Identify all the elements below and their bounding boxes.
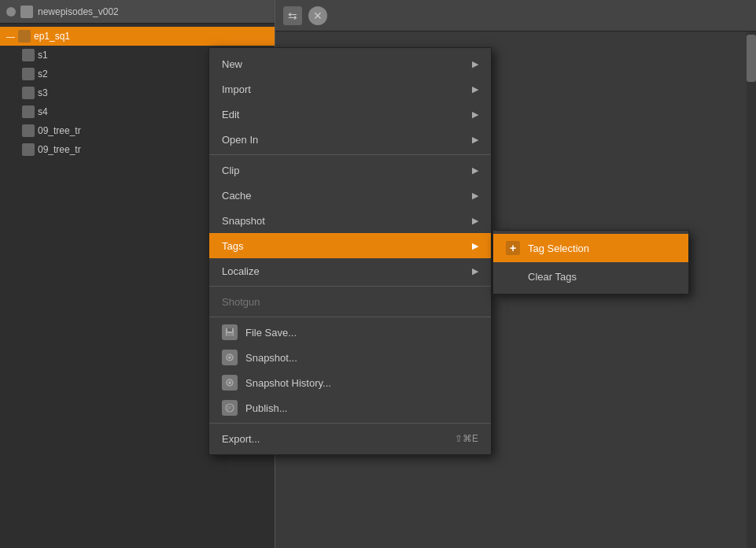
menu-item-publish[interactable]: P Publish... (209, 395, 491, 420)
menu-item-snapshot2[interactable]: Snapshot... (209, 345, 491, 370)
menu-item-cache[interactable]: Cache ▶ (209, 183, 491, 208)
menu-label-export: Export... (222, 433, 260, 445)
menu-item-tags[interactable]: Tags ▶ + Tag Selection Clear Tags (209, 233, 491, 258)
menu-label-snapshot-history: Snapshot History... (245, 377, 331, 389)
window-title: newepisodes_v002 (38, 6, 119, 17)
menu-label-tags: Tags (222, 240, 243, 252)
menu-arrow-open-in: ▶ (472, 135, 478, 145)
menu-label-cache: Cache (222, 190, 252, 202)
publish-icon: P (222, 400, 238, 416)
tree-09tree2-icon (22, 143, 35, 156)
menu-item-export[interactable]: Export... ⇧⌘E (209, 426, 491, 451)
toolbar-btn-1[interactable]: ⇆ (283, 6, 302, 25)
svg-point-4 (228, 356, 231, 359)
menu-item-new[interactable]: New ▶ (209, 51, 491, 76)
svg-text:P: P (227, 405, 231, 411)
menu-item-file-save[interactable]: File Save... (209, 320, 491, 345)
svg-point-6 (228, 381, 231, 384)
menu-label-file-save: File Save... (245, 327, 297, 339)
tree-s2-label: s2 (38, 68, 48, 80)
submenu-label-clear-tags: Clear Tags (506, 271, 577, 283)
menu-item-import[interactable]: Import ▶ (209, 76, 491, 102)
export-shortcut: ⇧⌘E (455, 433, 478, 444)
tree-09tree2-label: 09_tree_tr (38, 144, 81, 155)
menu-arrow-import: ▶ (472, 84, 478, 94)
title-bar: newepisodes_v002 (0, 0, 275, 24)
svg-rect-1 (227, 328, 232, 331)
menu-item-snapshot[interactable]: Snapshot ▶ (209, 208, 491, 233)
separator-2 (209, 286, 491, 287)
separator-3 (209, 317, 491, 317)
menu-label-edit: Edit (222, 109, 239, 120)
tree-s3-label: s3 (38, 87, 48, 98)
file-save-icon (222, 324, 238, 340)
toolbar: ⇆ ✕ (275, 0, 756, 31)
menu-label-publish: Publish... (245, 402, 287, 414)
tree-root-icon (18, 30, 31, 43)
menu-label-snapshot2: Snapshot... (245, 352, 297, 364)
submenu-label-tag-selection: Tag Selection (528, 243, 589, 254)
tree-s2-icon (22, 68, 35, 80)
plus-icon: + (506, 241, 520, 255)
tree-09tree1-icon (22, 124, 35, 137)
menu-item-edit[interactable]: Edit ▶ (209, 102, 491, 127)
menu-item-localize[interactable]: Localize ▶ (209, 258, 491, 283)
menu-arrow-snapshot: ▶ (472, 216, 478, 226)
menu-arrow-cache: ▶ (472, 191, 478, 201)
menu-label-import: Import (222, 83, 251, 95)
menu-arrow-localize: ▶ (472, 266, 478, 276)
tree-s3-icon (22, 87, 35, 99)
menu-label-clip: Clip (222, 165, 239, 176)
menu-label-localize: Localize (222, 265, 260, 277)
menu-arrow-clip: ▶ (472, 165, 478, 176)
snapshot2-icon (222, 350, 238, 365)
tree-s4-label: s4 (38, 106, 48, 117)
toolbar-btn-2[interactable]: ✕ (308, 6, 327, 25)
window-icon (20, 6, 33, 18)
svg-rect-2 (227, 333, 233, 336)
window-close-btn[interactable] (6, 7, 16, 17)
menu-label-new: New (222, 58, 242, 70)
menu-arrow-new: ▶ (472, 59, 478, 69)
menu-label-snapshot: Snapshot (222, 215, 265, 227)
menu-item-clip[interactable]: Clip ▶ (209, 157, 491, 183)
submenu-item-tag-selection[interactable]: + Tag Selection (493, 234, 688, 262)
tree-09tree1-label: 09_tree_tr (38, 125, 81, 136)
snapshot-history-icon (222, 375, 238, 391)
separator-4 (209, 423, 491, 424)
menu-arrow-tags: ▶ (472, 241, 478, 251)
menu-item-open-in[interactable]: Open In ▶ (209, 127, 491, 152)
menu-label-open-in: Open In (222, 134, 258, 146)
separator-1 (209, 154, 491, 155)
tags-submenu: + Tag Selection Clear Tags (492, 230, 689, 294)
tree-s4-icon (22, 106, 35, 118)
context-menu: New ▶ Import ▶ Edit ▶ Open In ▶ Clip ▶ C… (208, 47, 492, 455)
menu-arrow-edit: ▶ (472, 109, 478, 120)
menu-item-shotgun: Shotgun (209, 289, 491, 314)
menu-label-shotgun: Shotgun (222, 296, 260, 308)
scrollbar-thumb[interactable] (747, 35, 756, 82)
tree-root-label: ep1_sq1 (34, 31, 70, 42)
tree-s1-label: s1 (38, 50, 48, 61)
scrollbar[interactable] (747, 31, 756, 548)
submenu-item-clear-tags[interactable]: Clear Tags (493, 262, 688, 291)
tree-item-root[interactable]: — ep1_sq1 (0, 27, 275, 46)
menu-item-snapshot-history[interactable]: Snapshot History... (209, 370, 491, 395)
tree-s1-icon (22, 49, 35, 61)
